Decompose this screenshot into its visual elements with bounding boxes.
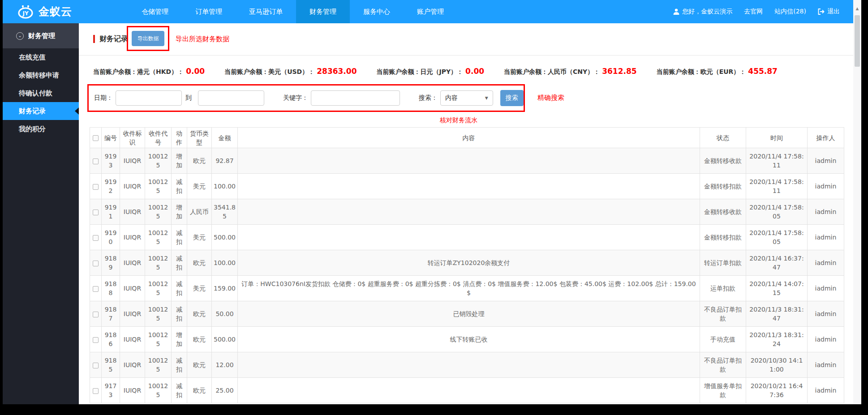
column-header-货币类型: 货币类型 <box>187 128 212 148</box>
cell-id: 9191 <box>102 199 120 225</box>
svg-text:JY: JY <box>22 10 28 17</box>
cell-action: 减扣 <box>172 225 187 250</box>
table-row: 9193IUIQR100125增加欧元92.87金额转移收款2020/11/4 … <box>90 148 844 174</box>
table-row: 9188IUIQR100125减扣美元159.00订单：HWC103076nI发… <box>90 276 844 301</box>
row-checkbox[interactable] <box>93 158 99 164</box>
sidebar-item-财务记录[interactable]: 财务记录 <box>3 102 79 120</box>
user-greeting[interactable]: 您好，金蚁云演示 <box>673 8 732 16</box>
row-checkbox[interactable] <box>93 184 99 190</box>
logo[interactable]: JY 金蚁云 <box>18 0 72 23</box>
cell-currency: 欧元 <box>187 250 212 276</box>
cell-content <box>238 174 700 199</box>
account-balances: 当前账户余额：港元（HKD）：0.00当前账户余额：美元（USD）：28363.… <box>93 58 778 84</box>
column-header-操作人: 操作人 <box>808 128 844 148</box>
row-checkbox[interactable] <box>93 261 99 266</box>
sidebar-item-余额转移申请[interactable]: 余额转移申请 <box>3 66 79 84</box>
annotation-table-note: 核对财务流水 <box>440 116 477 124</box>
column-header-动作: 动作 <box>172 128 187 148</box>
row-checkbox[interactable] <box>93 388 99 394</box>
date-from-input[interactable] <box>116 90 182 106</box>
cell-time: 2020/11/4 14:07:15 <box>746 276 808 301</box>
cell-mark: IUIQR <box>120 378 145 403</box>
go-official-link[interactable]: 去官网 <box>744 8 763 16</box>
select-all-checkbox[interactable] <box>93 135 99 141</box>
cell-operator: iadmin <box>808 225 844 250</box>
search-button[interactable]: 搜索 <box>500 90 524 106</box>
cell-mark: IUIQR <box>120 301 145 327</box>
sidebar-header-finance[interactable]: ⌄ 财务管理 <box>3 23 79 48</box>
balance-value: 28363.00 <box>317 67 357 76</box>
logout-link[interactable]: 退出 <box>818 8 840 16</box>
cell-id: 9185 <box>102 352 120 378</box>
title-red-mark <box>93 35 95 43</box>
cell-id: 9188 <box>102 276 120 301</box>
cell-time: 2020/10/30 14:11:00 <box>746 352 808 378</box>
cell-code: 100125 <box>145 174 172 199</box>
cell-id: 9193 <box>102 148 120 174</box>
export-data-button[interactable]: 导出数据 <box>132 31 164 46</box>
table-row: 9190IUIQR100125减扣美元500.00金额转移扣款2020/11/4… <box>90 225 844 250</box>
sidebar-item-在线充值[interactable]: 在线充值 <box>3 48 79 66</box>
messages-link[interactable]: 站内信(28) <box>774 8 806 16</box>
row-checkbox[interactable] <box>93 312 99 317</box>
balance-label: 当前账户余额：欧元（EUR）： <box>657 68 746 76</box>
column-header-内容: 内容 <box>238 128 700 148</box>
nav-item-订单管理[interactable]: 订单管理 <box>182 0 236 23</box>
balance-item: 当前账户余额：美元（USD）：28363.00 <box>224 67 357 76</box>
cell-operator: iadmin <box>808 148 844 174</box>
cell-amount: 100.00 <box>212 174 238 199</box>
cell-status: 手动充值 <box>700 327 746 352</box>
cell-amount: 50.00 <box>212 301 238 327</box>
cell-time: 2020/11/4 17:58:05 <box>746 199 808 225</box>
row-checkbox[interactable] <box>93 286 99 292</box>
sidebar-item-待确认付款[interactable]: 待确认付款 <box>3 84 79 102</box>
date-to-input[interactable] <box>198 90 264 106</box>
cell-status: 金额转移收款 <box>700 148 746 174</box>
sidebar-item-我的积分[interactable]: 我的积分 <box>3 120 79 138</box>
sidebar-menu: 在线充值余额转移申请待确认付款财务记录我的积分 <box>3 48 79 138</box>
ant-logo-icon: JY <box>18 4 35 19</box>
cell-amount: 100.00 <box>212 250 238 276</box>
balance-item: 当前账户余额：欧元（EUR）：455.87 <box>657 67 778 76</box>
balance-item: 当前账户余额：日元（JPY）：0.00 <box>376 67 484 76</box>
page-title: 财务记录 <box>99 34 128 44</box>
nav-item-亚马逊订单[interactable]: 亚马逊订单 <box>236 0 296 23</box>
column-header-收件标识: 收件标识 <box>120 128 145 148</box>
cell-content: 已销毁处理 <box>238 301 700 327</box>
row-checkbox[interactable] <box>93 235 99 241</box>
scroll-up-arrow-icon[interactable]: ▲ <box>853 6 861 11</box>
cell-mark: IUIQR <box>120 148 145 174</box>
nav-item-财务管理[interactable]: 财务管理 <box>296 0 350 23</box>
table-row: 9189IUIQR100125减扣欧元100.00转运订单ZY102020余额支… <box>90 250 844 276</box>
balance-item: 当前账户余额：人民币（CNY）：3612.85 <box>504 67 637 76</box>
vertical-scrollbar[interactable]: ▲ <box>853 0 861 404</box>
column-header-时间: 时间 <box>746 128 808 148</box>
cell-content: 线下转账已收 <box>238 327 700 352</box>
cell-mark: IUIQR <box>120 276 145 301</box>
search-type-select[interactable]: 内容 ▼ <box>440 90 493 106</box>
balance-value: 0.00 <box>186 67 205 76</box>
nav-item-仓储管理[interactable]: 仓储管理 <box>128 0 182 23</box>
row-checkbox[interactable] <box>93 363 99 368</box>
cell-content <box>238 225 700 250</box>
nav-item-账户管理[interactable]: 账户管理 <box>404 0 457 23</box>
cell-amount: 500.00 <box>212 327 238 352</box>
main-nav: 仓储管理订单管理亚马逊订单财务管理服务中心账户管理 <box>128 0 457 23</box>
topbar: JY 金蚁云 仓储管理订单管理亚马逊订单财务管理服务中心账户管理 您好，金蚁云演… <box>3 0 853 23</box>
cell-time: 2020/11/3 18:31:24 <box>746 327 808 352</box>
nav-item-服务中心[interactable]: 服务中心 <box>350 0 404 23</box>
row-checkbox[interactable] <box>93 337 99 343</box>
cell-content: 转运订单ZY102020余额支付 <box>238 250 700 276</box>
cell-operator: iadmin <box>808 174 844 199</box>
main-content: 财务记录 导出数据 导出所选财务数据 当前账户余额：港元（HKD）：0.00当前… <box>79 23 853 404</box>
cell-status: 转运订单扣款 <box>700 250 746 276</box>
table-header-row: 编号收件标识收件代号动作货币类型金额内容状态时间操作人 <box>90 128 844 148</box>
row-checkbox[interactable] <box>93 210 99 215</box>
table-row: 9186IUIQR100125增加欧元500.00线下转账已收手动充值2020/… <box>90 327 844 352</box>
keyword-input[interactable] <box>311 90 400 106</box>
scrollbar-thumb[interactable] <box>855 15 860 67</box>
cell-code: 100125 <box>145 378 172 403</box>
cell-mark: IUIQR <box>120 174 145 199</box>
keyword-label: 关键字： <box>283 94 308 102</box>
cell-currency: 欧元 <box>187 148 212 174</box>
